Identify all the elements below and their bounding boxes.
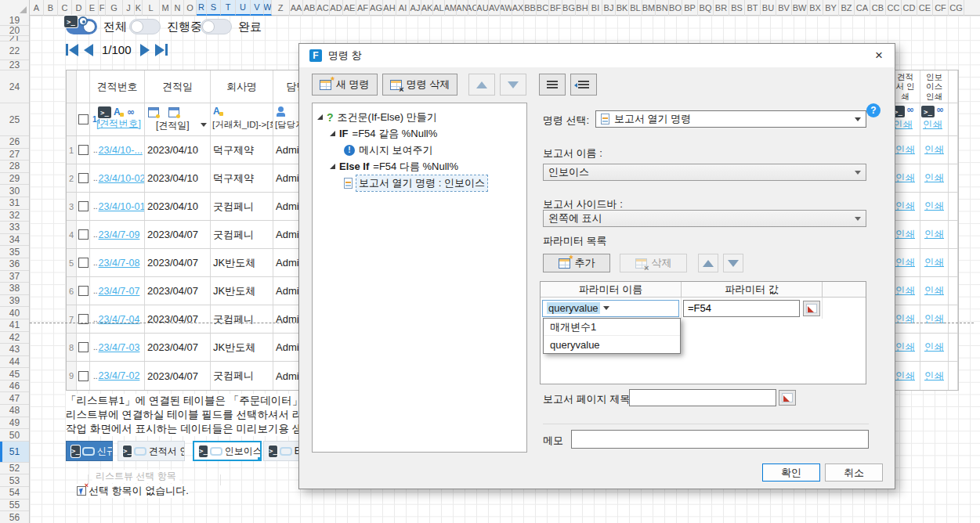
column-header-AG[interactable]: AG <box>370 0 383 16</box>
print-invoice-link[interactable]: 인쇄 <box>924 172 944 183</box>
print-quote-link[interactable]: 인쇄 <box>895 144 915 155</box>
column-header-CB[interactable]: CB <box>870 0 886 16</box>
row-header-29[interactable]: 29 <box>0 173 29 186</box>
column-header-BQ[interactable]: BQ <box>698 0 714 16</box>
row-header-47[interactable]: 47 <box>0 392 29 405</box>
row-header-37[interactable]: 37 <box>0 271 29 283</box>
column-header-K[interactable]: K <box>135 0 143 16</box>
quote-link[interactable]: 23/4/7-02 <box>99 370 140 381</box>
column-header-BY[interactable]: BY <box>823 0 839 16</box>
move-up-button[interactable] <box>468 74 495 96</box>
new-button[interactable]: >_신규 <box>66 441 113 461</box>
next-page-button[interactable] <box>140 44 150 56</box>
column-header-AH[interactable]: AH <box>383 0 396 16</box>
row-header-19[interactable]: 19 <box>0 16 29 26</box>
dropdown-arrow-icon[interactable] <box>201 123 207 127</box>
print-invoice-link[interactable]: 인쇄 <box>924 257 944 268</box>
dropdown-option-1[interactable]: queryvalue <box>544 336 680 353</box>
column-header-CA[interactable]: CA <box>855 0 870 16</box>
row-header-36[interactable]: 36 <box>0 258 29 271</box>
first-page-button[interactable] <box>66 44 78 56</box>
column-header-AJ[interactable]: AJ <box>410 0 421 16</box>
column-header-G[interactable]: G <box>106 0 123 16</box>
column-header-AK[interactable]: AK <box>421 0 433 16</box>
param-value-input[interactable] <box>683 300 800 317</box>
row-checkbox[interactable] <box>78 342 89 352</box>
column-header-BB[interactable]: BB <box>524 0 537 16</box>
row-header-28[interactable]: 28 <box>0 161 29 173</box>
row-header-21[interactable]: 21 <box>0 36 29 41</box>
row-checkbox[interactable] <box>78 371 89 381</box>
column-header-AF[interactable]: AF <box>356 0 370 16</box>
column-header-BP[interactable]: BP <box>682 0 698 16</box>
column-header-C[interactable]: C <box>58 0 72 16</box>
outdent-button[interactable] <box>570 74 597 96</box>
move-down-button[interactable] <box>500 74 526 96</box>
column-header-A[interactable]: A <box>30 0 44 16</box>
report-sidebar-combobox[interactable]: 왼쪽에 표시 <box>543 210 866 227</box>
column-header-U[interactable]: U <box>236 0 251 16</box>
selection-handle[interactable] <box>258 457 262 461</box>
quote-link[interactable]: 23/4/7-07 <box>99 286 140 297</box>
column-header-BX[interactable]: BX <box>808 0 823 16</box>
delete-command-button[interactable]: × 명령 삭제 <box>382 74 458 96</box>
column-header-AE[interactable]: AE <box>343 0 356 16</box>
column-header-BV[interactable]: BV <box>776 0 792 16</box>
row-checkbox[interactable] <box>78 286 89 296</box>
row-checkbox[interactable] <box>78 258 89 268</box>
print-invoice-link[interactable]: 인쇄 <box>924 229 944 240</box>
report-name-combobox[interactable]: 인보이스 <box>543 164 866 181</box>
row-header-40[interactable]: 40 <box>0 307 29 319</box>
column-header-BW[interactable]: BW <box>792 0 808 16</box>
print-invoice-button[interactable]: >_인보이스 인쇄 <box>193 441 262 461</box>
help-icon[interactable]: ? <box>866 103 881 117</box>
row-header-45[interactable]: 45 <box>0 368 29 381</box>
print-invoice-link[interactable]: 인쇄 <box>924 144 944 155</box>
column-header-AW[interactable]: AW <box>501 0 512 16</box>
toggle-in-progress-switch[interactable] <box>129 19 161 34</box>
parameter-up-button[interactable] <box>698 254 718 272</box>
page-title-input[interactable] <box>629 389 776 406</box>
row-header-55[interactable]: 55 <box>0 500 29 512</box>
row-header-35[interactable]: 35 <box>0 246 29 258</box>
cell-picker-icon[interactable] <box>803 301 820 316</box>
column-header-AI[interactable]: AI <box>396 0 410 16</box>
column-header-M[interactable]: M <box>160 0 172 16</box>
column-header-BN[interactable]: BN <box>656 0 669 16</box>
tree-item-4[interactable]: 보고서 열기 명령 : 인보이스 <box>313 175 526 191</box>
row-header-43[interactable]: 43 <box>0 344 29 356</box>
print-quote-link[interactable]: 인쇄 <box>895 200 915 211</box>
row-header-42[interactable]: 42 <box>0 332 29 344</box>
quote-link[interactable]: 23/4/7-03 <box>99 342 140 353</box>
print-invoice-link[interactable]: 인쇄 <box>924 285 944 296</box>
print-quote-link[interactable]: 인쇄 <box>895 370 915 381</box>
column-header-BO[interactable]: BO <box>669 0 682 16</box>
column-header-R[interactable]: R <box>197 0 207 16</box>
new-command-button[interactable]: * 새 명령 <box>312 74 378 96</box>
column-header-V[interactable]: V <box>251 0 264 16</box>
last-page-button[interactable] <box>155 44 168 56</box>
close-icon[interactable]: × <box>863 44 895 67</box>
row-header-30[interactable]: 30 <box>0 185 29 197</box>
tree-item-3[interactable]: Else If=F54 다름 %Null% <box>313 158 526 175</box>
indent-button[interactable] <box>539 74 566 96</box>
add-parameter-button[interactable]: * 추가 <box>543 254 610 272</box>
row-header-44[interactable]: 44 <box>0 356 29 369</box>
template-quote-link[interactable]: [견적번호] <box>96 117 141 131</box>
column-header-AN[interactable]: AN <box>457 0 468 16</box>
row-header-33[interactable]: 33 <box>0 222 29 234</box>
column-header-BK[interactable]: BK <box>616 0 629 16</box>
row-checkbox[interactable] <box>78 201 89 211</box>
param-name-combobox[interactable]: queryvalue <box>542 300 679 317</box>
column-header-AO[interactable]: AO <box>468 0 477 16</box>
column-header-F[interactable]: F <box>99 0 106 16</box>
column-header-CF[interactable]: CF <box>933 0 949 16</box>
column-header-BT[interactable]: BT <box>745 0 761 16</box>
row-header-56[interactable]: 56 <box>0 511 29 523</box>
print-quote-link[interactable]: 인쇄 <box>895 229 915 240</box>
row-header-54[interactable]: 54 <box>0 487 29 500</box>
template-print-link[interactable]: 인쇄 <box>923 119 942 130</box>
column-header-BR[interactable]: BR <box>714 0 729 16</box>
tree-expander-icon[interactable] <box>330 131 335 136</box>
column-header-BS[interactable]: BS <box>729 0 745 16</box>
